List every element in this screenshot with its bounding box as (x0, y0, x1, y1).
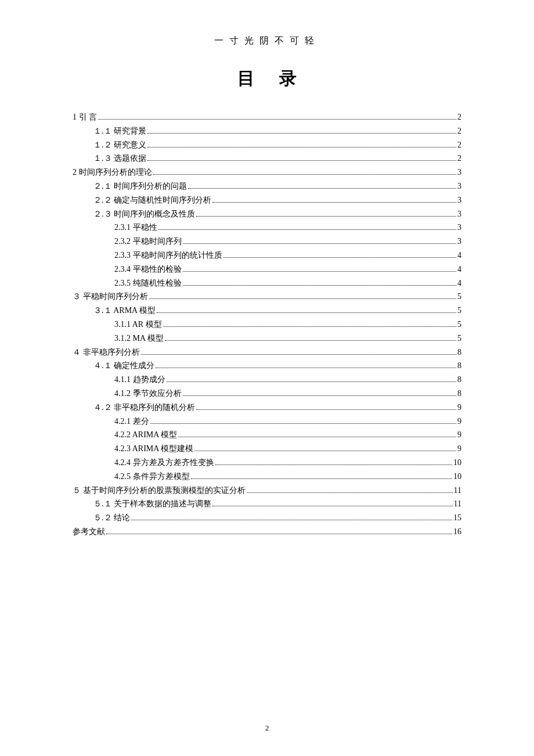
toc-entry-page: 4 (457, 262, 461, 276)
toc-leader-dots (147, 133, 456, 134)
toc-leader-dots (147, 160, 456, 161)
toc-entry-label: 2.3.1 平稳性 (114, 221, 157, 235)
toc-entry[interactable]: 4.2.3 ARIMA 模型建模9 (73, 442, 461, 456)
toc-entry[interactable]: ３.１ ARMA 模型5 (73, 304, 461, 318)
toc-entry[interactable]: １.１ 研究背景2 (73, 124, 461, 138)
toc-entry[interactable]: ５ 基于时间序列分析的股票预测模型的实证分析11 (73, 484, 461, 498)
toc-leader-dots (183, 395, 457, 396)
toc-leader-dots (196, 409, 456, 410)
toc-entry[interactable]: 2.3.5 纯随机性检验4 (73, 276, 461, 290)
toc-leader-dots (212, 506, 453, 506)
toc-entry-page: 4 (457, 276, 461, 290)
toc-entry-label: ５.１ 关于样本数据的描述与调整 (93, 497, 211, 511)
toc-entry-label: １.３ 选题依据 (93, 152, 146, 165)
toc-entry[interactable]: 参考文献16 (73, 525, 461, 539)
toc-entry[interactable]: ４.１ 确定性成分8 (73, 359, 461, 373)
toc-entry-page: 10 (453, 456, 461, 470)
toc-entry-label: ５ 基于时间序列分析的股票预测模型的实证分析 (73, 484, 246, 498)
toc-entry[interactable]: 4.1.1 趋势成分8 (73, 373, 461, 387)
toc-entry-page: 15 (453, 511, 461, 525)
toc-entry[interactable]: ２.３ 时间序列的概念及性质3 (73, 207, 461, 221)
toc-entry[interactable]: １.２ 研究意义2 (73, 138, 461, 152)
toc-entry-page: 3 (457, 165, 461, 179)
toc-entry[interactable]: 4.2.2 ARIMA 模型9 (73, 428, 461, 442)
toc-entry[interactable]: ２.１ 时间序列分析的问题3 (73, 179, 461, 193)
toc-entry-page: 5 (457, 304, 461, 318)
toc-entry[interactable]: 3.1.2 MA 模型5 (73, 332, 461, 345)
toc-entry-page: 16 (453, 525, 461, 539)
toc-entry-label: 4.1.2 季节效应分析 (114, 387, 182, 401)
toc-entry-label: １.２ 研究意义 (93, 138, 146, 152)
toc-entry[interactable]: 4.2.4 异方差及方差齐性变换10 (73, 456, 461, 470)
toc-leader-dots (156, 368, 456, 368)
toc-entry-page: 2 (457, 110, 461, 124)
toc-entry-page: 9 (457, 428, 461, 442)
toc-entry-page: 2 (457, 138, 461, 152)
toc-entry[interactable]: 2.3.2 平稳时间序列3 (73, 235, 461, 249)
toc-entry-label: 2.3.5 纯随机性检验 (114, 276, 182, 290)
toc-entry-label: ４ 非平稳序列分析 (73, 345, 140, 359)
toc-entry-label: 4.2.3 ARIMA 模型建模 (114, 442, 193, 456)
toc-entry-page: 10 (453, 470, 461, 484)
toc-entry-page: 11 (454, 484, 461, 498)
toc-entry-label: ２.２ 确定与随机性时间序列分析 (93, 193, 211, 207)
toc-leader-dots (167, 381, 457, 382)
toc-leader-dots (149, 298, 457, 299)
toc-leader-dots (157, 312, 456, 313)
page-number: 2 (0, 723, 534, 733)
toc-leader-dots (194, 451, 456, 451)
toc-leader-dots (191, 478, 453, 479)
toc-entry[interactable]: １.３ 选题依据2 (73, 152, 461, 165)
toc-entry-page: 9 (457, 442, 461, 456)
toc-entry-label: 4.2.5 条件异方差模型 (114, 470, 190, 484)
toc-entry[interactable]: ３ 平稳时间序列分析5 (73, 290, 461, 304)
toc-entry-label: １.１ 研究背景 (93, 124, 146, 138)
toc-entry[interactable]: 2.3.4 平稳性的检验4 (73, 262, 461, 276)
toc-entry-label: ３.１ ARMA 模型 (93, 304, 156, 318)
toc-entry-page: 8 (457, 345, 461, 359)
toc-entry[interactable]: 2.3.3 平稳时间序列的统计性质4 (73, 249, 461, 262)
toc-entry[interactable]: 4.2.1 差分9 (73, 415, 461, 429)
toc-entry[interactable]: ４ 非平稳序列分析8 (73, 345, 461, 359)
toc-entry-page: 5 (457, 318, 461, 332)
toc-entry-label: ４.２ 非平稳序列的随机分析 (93, 401, 195, 415)
toc-entry-label: 1 引 言 (73, 110, 97, 124)
toc-entry[interactable]: 2.3.1 平稳性3 (73, 221, 461, 235)
toc-entry-label: ２.３ 时间序列的概念及性质 (93, 207, 195, 221)
toc-entry-label: 2.3.3 平稳时间序列的统计性质 (114, 249, 222, 262)
toc-entry[interactable]: ２.２ 确定与随机性时间序列分析3 (73, 193, 461, 207)
toc-entry[interactable]: 2 时间序列分析的理论3 (73, 165, 461, 179)
toc-entry[interactable]: ４.２ 非平稳序列的随机分析9 (73, 401, 461, 415)
toc-leader-dots (141, 354, 457, 355)
toc-entry-label: ２.１ 时间序列分析的问题 (93, 179, 187, 193)
toc-leader-dots (212, 202, 456, 203)
toc-leader-dots (183, 271, 457, 272)
toc-entry[interactable]: 3.1.1 AR 模型5 (73, 318, 461, 332)
toc-leader-dots (223, 257, 457, 258)
toc-leader-dots (163, 326, 456, 327)
toc-entry[interactable]: 1 引 言2 (73, 110, 461, 124)
toc-entry-page: 3 (457, 221, 461, 235)
toc-entry[interactable]: ５.１ 关于样本数据的描述与调整11 (73, 497, 461, 511)
toc-title: 目录 (73, 67, 461, 91)
toc-entry-page: 8 (457, 359, 461, 373)
toc-leader-dots (247, 492, 453, 493)
toc-entry-label: 2.3.4 平稳性的检验 (114, 262, 182, 276)
toc-entry-page: 3 (457, 235, 461, 249)
toc-leader-dots (106, 534, 452, 534)
toc-entry-page: 11 (454, 497, 461, 511)
toc-entry[interactable]: 4.1.2 季节效应分析8 (73, 387, 461, 401)
toc-entry[interactable]: 4.2.5 条件异方差模型10 (73, 470, 461, 484)
toc-leader-dots (153, 174, 457, 175)
toc-leader-dots (215, 465, 453, 465)
toc-leader-dots (147, 147, 456, 147)
page: 一寸光阴不可轻 目录 1 引 言2１.１ 研究背景2１.２ 研究意义2１.３ 选… (0, 0, 534, 756)
toc-entry-page: 2 (457, 124, 461, 138)
toc-entry-label: 4.2.1 差分 (114, 415, 149, 429)
toc-entry[interactable]: ５.２ 结论15 (73, 511, 461, 525)
toc-leader-dots (183, 243, 457, 244)
toc-entry-label: ５.２ 结论 (93, 511, 130, 525)
toc-entry-page: 3 (457, 207, 461, 221)
toc-entry-page: 9 (457, 415, 461, 429)
toc-entry-page: 4 (457, 249, 461, 262)
